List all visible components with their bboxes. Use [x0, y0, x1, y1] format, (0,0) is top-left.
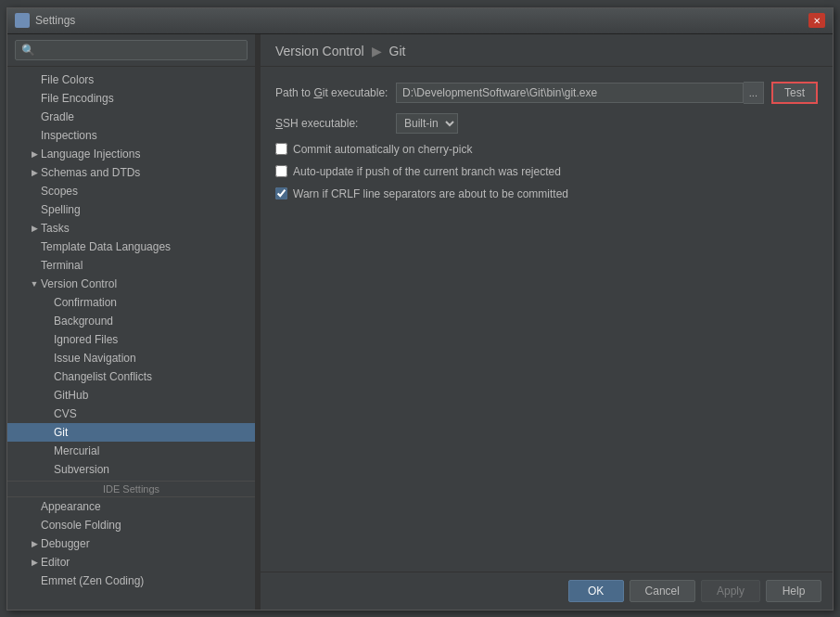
ssh-select[interactable]: Built-in	[396, 113, 458, 134]
path-input[interactable]	[396, 83, 744, 103]
sidebar-item-label: Terminal	[41, 259, 83, 272]
spacer	[41, 370, 54, 383]
sidebar-item-label: Subversion	[54, 463, 109, 476]
sidebar-item-changelist-conflicts[interactable]: Changelist Conflicts	[7, 367, 255, 386]
warn-crlf-label: Warn if CRLF line separators are about t…	[293, 187, 568, 200]
sidebar-item-label: Schemas and DTDs	[41, 166, 140, 179]
sidebar-item-console-folding[interactable]: Console Folding	[7, 516, 255, 534]
checkbox-warn-crlf: Warn if CRLF line separators are about t…	[275, 187, 818, 200]
warn-crlf-checkbox[interactable]	[275, 187, 287, 199]
ssh-select-container: Built-in	[396, 113, 458, 134]
app-icon	[15, 13, 30, 28]
spacer	[41, 407, 54, 420]
sidebar-item-template-data-languages[interactable]: Template Data Languages	[7, 238, 255, 256]
bottom-bar: OK Cancel Apply Help	[261, 572, 833, 610]
sidebar-item-tasks[interactable]: ▶ Tasks	[7, 219, 255, 238]
sidebar-item-debugger[interactable]: ▶ Debugger	[7, 534, 255, 553]
sidebar-item-label: Confirmation	[54, 296, 117, 309]
checkbox-auto-update: Auto-update if push of the current branc…	[275, 165, 818, 178]
path-row: Path to Git executable: ... Test	[275, 82, 818, 104]
sidebar-item-gradle[interactable]: Gradle	[7, 108, 255, 126]
expand-arrow-editor: ▶	[28, 556, 41, 569]
auto-update-label: Auto-update if push of the current branc…	[293, 165, 561, 178]
expand-arrow-language-injections: ▶	[28, 148, 41, 161]
spacer	[28, 110, 41, 123]
sidebar-item-label: File Colors	[41, 73, 94, 86]
sidebar-item-label: File Encodings	[41, 92, 114, 105]
sidebar-item-label: Background	[54, 315, 113, 328]
ok-button[interactable]: OK	[568, 580, 624, 602]
sidebar-item-label: Git	[54, 426, 68, 439]
sidebar-item-label: Editor	[41, 556, 70, 569]
checkbox-cherry-pick: Commit automatically on cherry-pick	[275, 143, 818, 156]
sidebar-item-label: Changelist Conflicts	[54, 370, 152, 383]
sidebar-item-emmet[interactable]: Emmet (Zen Coding)	[7, 572, 255, 590]
sidebar-item-label: CVS	[54, 407, 77, 420]
path-label: Path to Git executable:	[275, 86, 396, 99]
search-input[interactable]	[15, 40, 248, 60]
sidebar-item-version-control[interactable]: ▼ Version Control	[7, 275, 255, 293]
help-button[interactable]: Help	[766, 580, 821, 602]
sidebar-item-language-injections[interactable]: ▶ Language Injections	[7, 145, 255, 163]
spacer	[41, 444, 54, 457]
path-input-container: ... Test	[396, 82, 818, 104]
sidebar-item-confirmation[interactable]: Confirmation	[7, 293, 255, 312]
sidebar-item-label: Version Control	[41, 277, 117, 290]
spacer	[28, 129, 41, 142]
sidebar: File Colors File Encodings Gradle Inspec…	[7, 34, 256, 610]
spacer	[41, 315, 54, 328]
sidebar-item-label: Language Injections	[41, 148, 140, 161]
sidebar-item-file-encodings[interactable]: File Encodings	[7, 89, 255, 108]
sidebar-item-appearance[interactable]: Appearance	[7, 497, 255, 516]
sidebar-item-label: Gradle	[41, 110, 74, 123]
sidebar-item-file-colors[interactable]: File Colors	[7, 71, 255, 89]
browse-button[interactable]: ...	[744, 82, 764, 104]
sidebar-item-terminal[interactable]: Terminal	[7, 256, 255, 275]
sidebar-item-label: Emmet (Zen Coding)	[41, 574, 144, 587]
sidebar-item-label: Template Data Languages	[41, 240, 171, 253]
window-title: Settings	[35, 14, 808, 27]
spacer	[41, 463, 54, 476]
sidebar-item-ignored-files[interactable]: Ignored Files	[7, 330, 255, 349]
content-area: File Colors File Encodings Gradle Inspec…	[7, 34, 833, 610]
titlebar: Settings ✕	[7, 8, 833, 34]
expand-arrow-schemas: ▶	[28, 166, 41, 179]
sidebar-item-background[interactable]: Background	[7, 312, 255, 330]
spacer	[41, 352, 54, 365]
sidebar-item-label: GitHub	[54, 389, 88, 402]
section-header-label: IDE Settings	[103, 483, 159, 495]
sidebar-item-label: Tasks	[41, 222, 70, 235]
sidebar-item-inspections[interactable]: Inspections	[7, 126, 255, 145]
spacer	[28, 203, 41, 216]
search-box	[7, 34, 255, 67]
sidebar-item-schemas-dtds[interactable]: ▶ Schemas and DTDs	[7, 163, 255, 182]
ssh-label: SSH executable:	[275, 117, 396, 130]
test-button[interactable]: Test	[771, 82, 818, 104]
spacer	[41, 296, 54, 309]
spacer	[28, 500, 41, 513]
sidebar-item-git[interactable]: Git	[7, 423, 255, 442]
cherry-pick-checkbox[interactable]	[275, 143, 287, 155]
sidebar-item-spelling[interactable]: Spelling	[7, 200, 255, 219]
sidebar-item-scopes[interactable]: Scopes	[7, 182, 255, 200]
close-button[interactable]: ✕	[808, 13, 825, 28]
spacer	[28, 259, 41, 272]
breadcrumb-root: Version Control	[275, 44, 364, 58]
sidebar-item-issue-navigation[interactable]: Issue Navigation	[7, 349, 255, 367]
main-panel: Version Control ▶ Git Path to Git execut…	[261, 34, 833, 610]
sidebar-item-cvs[interactable]: CVS	[7, 405, 255, 423]
spacer	[28, 519, 41, 532]
sidebar-item-subversion[interactable]: Subversion	[7, 460, 255, 479]
sidebar-item-github[interactable]: GitHub	[7, 386, 255, 405]
breadcrumb-child: Git	[389, 44, 406, 58]
sidebar-item-editor[interactable]: ▶ Editor	[7, 553, 255, 572]
expand-arrow-tasks: ▶	[28, 222, 41, 235]
settings-tree: File Colors File Encodings Gradle Inspec…	[7, 67, 255, 610]
auto-update-checkbox[interactable]	[275, 165, 287, 177]
ssh-row: SSH executable: Built-in	[275, 113, 818, 134]
expand-arrow-version-control: ▼	[28, 277, 41, 290]
sidebar-item-mercurial[interactable]: Mercurial	[7, 442, 255, 460]
cancel-button[interactable]: Cancel	[630, 580, 695, 602]
spacer	[28, 73, 41, 86]
apply-button[interactable]: Apply	[701, 580, 760, 602]
